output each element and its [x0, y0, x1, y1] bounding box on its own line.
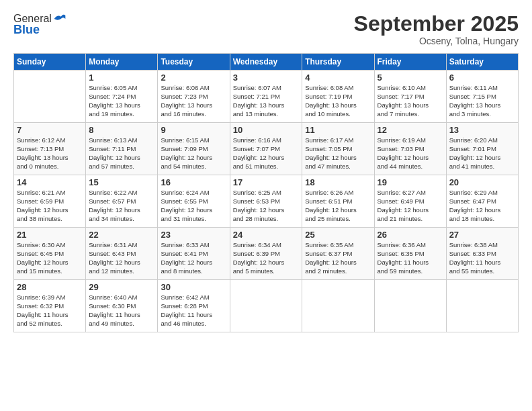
day-number: 19: [378, 177, 443, 187]
col-monday: Monday: [86, 54, 158, 71]
day-number: 22: [89, 230, 154, 240]
day-number: 10: [233, 125, 300, 135]
day-info: Sunrise: 6:25 AMSunset: 6:53 PMDaylight:…: [233, 189, 300, 223]
calendar-table: Sunday Monday Tuesday Wednesday Thursday…: [13, 53, 519, 332]
day-info: Sunrise: 6:26 AMSunset: 6:51 PMDaylight:…: [305, 189, 371, 223]
day-info: Sunrise: 6:22 AMSunset: 6:57 PMDaylight:…: [89, 189, 154, 223]
title-block: September 2025 Ocseny, Tolna, Hungary: [354, 12, 519, 46]
calendar-week-row: 21Sunrise: 6:30 AMSunset: 6:45 PMDayligh…: [14, 228, 519, 280]
day-number: 4: [305, 73, 371, 83]
table-row: [230, 280, 302, 332]
day-info: Sunrise: 6:34 AMSunset: 6:39 PMDaylight:…: [233, 241, 300, 275]
day-info: Sunrise: 6:31 AMSunset: 6:43 PMDaylight:…: [89, 241, 154, 275]
day-number: 23: [161, 230, 226, 240]
day-number: 30: [161, 282, 226, 292]
day-number: 9: [161, 125, 226, 135]
day-number: 17: [233, 177, 300, 187]
day-info: Sunrise: 6:30 AMSunset: 6:45 PMDaylight:…: [17, 241, 83, 275]
col-friday: Friday: [374, 54, 446, 71]
day-number: 6: [449, 73, 515, 83]
day-number: 5: [378, 73, 443, 83]
day-info: Sunrise: 6:15 AMSunset: 7:09 PMDaylight:…: [161, 136, 226, 171]
day-info: Sunrise: 6:35 AMSunset: 6:37 PMDaylight:…: [305, 241, 371, 275]
day-number: 15: [89, 177, 154, 187]
table-row: 5Sunrise: 6:10 AMSunset: 7:17 PMDaylight…: [374, 71, 446, 123]
table-row: 20Sunrise: 6:29 AMSunset: 6:47 PMDayligh…: [446, 175, 518, 228]
table-row: 14Sunrise: 6:21 AMSunset: 6:59 PMDayligh…: [14, 175, 86, 228]
table-row: 22Sunrise: 6:31 AMSunset: 6:43 PMDayligh…: [86, 228, 158, 280]
day-info: Sunrise: 6:13 AMSunset: 7:11 PMDaylight:…: [89, 136, 154, 171]
day-info: Sunrise: 6:24 AMSunset: 6:55 PMDaylight:…: [161, 189, 226, 223]
table-row: [302, 280, 374, 332]
calendar-week-row: 14Sunrise: 6:21 AMSunset: 6:59 PMDayligh…: [14, 175, 519, 228]
day-info: Sunrise: 6:11 AMSunset: 7:15 PMDaylight:…: [449, 84, 515, 118]
day-info: Sunrise: 6:19 AMSunset: 7:03 PMDaylight:…: [378, 136, 443, 171]
table-row: 8Sunrise: 6:13 AMSunset: 7:11 PMDaylight…: [86, 123, 158, 175]
day-number: 27: [449, 230, 515, 240]
day-number: 12: [378, 125, 443, 135]
table-row: 10Sunrise: 6:16 AMSunset: 7:07 PMDayligh…: [230, 123, 302, 175]
day-number: 11: [305, 125, 371, 135]
day-number: 13: [449, 125, 515, 135]
table-row: 24Sunrise: 6:34 AMSunset: 6:39 PMDayligh…: [230, 228, 302, 280]
day-info: Sunrise: 6:33 AMSunset: 6:41 PMDaylight:…: [161, 241, 226, 275]
day-number: 24: [233, 230, 300, 240]
day-info: Sunrise: 6:40 AMSunset: 6:30 PMDaylight:…: [89, 293, 154, 328]
location-subtitle: Ocseny, Tolna, Hungary: [354, 36, 519, 46]
day-number: 25: [305, 230, 371, 240]
table-row: 15Sunrise: 6:22 AMSunset: 6:57 PMDayligh…: [86, 175, 158, 228]
col-tuesday: Tuesday: [158, 54, 230, 71]
table-row: 29Sunrise: 6:40 AMSunset: 6:30 PMDayligh…: [86, 280, 158, 332]
table-row: 18Sunrise: 6:26 AMSunset: 6:51 PMDayligh…: [302, 175, 374, 228]
day-info: Sunrise: 6:38 AMSunset: 6:33 PMDaylight:…: [449, 241, 515, 275]
day-info: Sunrise: 6:12 AMSunset: 7:13 PMDaylight:…: [17, 136, 83, 171]
page-header: General Blue September 2025 Ocseny, Toln…: [13, 12, 519, 46]
col-sunday: Sunday: [14, 54, 86, 71]
day-info: Sunrise: 6:20 AMSunset: 7:01 PMDaylight:…: [449, 136, 515, 171]
col-wednesday: Wednesday: [230, 54, 302, 71]
col-thursday: Thursday: [302, 54, 374, 71]
table-row: [374, 280, 446, 332]
table-row: 13Sunrise: 6:20 AMSunset: 7:01 PMDayligh…: [446, 123, 518, 175]
day-info: Sunrise: 6:27 AMSunset: 6:49 PMDaylight:…: [378, 189, 443, 223]
table-row: 21Sunrise: 6:30 AMSunset: 6:45 PMDayligh…: [14, 228, 86, 280]
day-info: Sunrise: 6:08 AMSunset: 7:19 PMDaylight:…: [305, 84, 371, 118]
table-row: 30Sunrise: 6:42 AMSunset: 6:28 PMDayligh…: [158, 280, 230, 332]
table-row: 1Sunrise: 6:05 AMSunset: 7:24 PMDaylight…: [86, 71, 158, 123]
day-number: 29: [89, 282, 154, 292]
day-info: Sunrise: 6:39 AMSunset: 6:32 PMDaylight:…: [17, 293, 83, 328]
day-number: 7: [17, 125, 83, 135]
logo-icon: [53, 12, 66, 26]
table-row: 12Sunrise: 6:19 AMSunset: 7:03 PMDayligh…: [374, 123, 446, 175]
table-row: 11Sunrise: 6:17 AMSunset: 7:05 PMDayligh…: [302, 123, 374, 175]
month-title: September 2025: [354, 12, 519, 36]
day-number: 1: [89, 73, 154, 83]
table-row: 16Sunrise: 6:24 AMSunset: 6:55 PMDayligh…: [158, 175, 230, 228]
day-info: Sunrise: 6:17 AMSunset: 7:05 PMDaylight:…: [305, 136, 371, 171]
day-info: Sunrise: 6:36 AMSunset: 6:35 PMDaylight:…: [378, 241, 443, 275]
table-row: [14, 71, 86, 123]
calendar-week-row: 1Sunrise: 6:05 AMSunset: 7:24 PMDaylight…: [14, 71, 519, 123]
table-row: 9Sunrise: 6:15 AMSunset: 7:09 PMDaylight…: [158, 123, 230, 175]
day-info: Sunrise: 6:06 AMSunset: 7:23 PMDaylight:…: [161, 84, 226, 118]
day-number: 26: [378, 230, 443, 240]
day-number: 21: [17, 230, 83, 240]
table-row: 28Sunrise: 6:39 AMSunset: 6:32 PMDayligh…: [14, 280, 86, 332]
table-row: 3Sunrise: 6:07 AMSunset: 7:21 PMDaylight…: [230, 71, 302, 123]
calendar-week-row: 28Sunrise: 6:39 AMSunset: 6:32 PMDayligh…: [14, 280, 519, 332]
day-number: 18: [305, 177, 371, 187]
table-row: 26Sunrise: 6:36 AMSunset: 6:35 PMDayligh…: [374, 228, 446, 280]
table-row: 23Sunrise: 6:33 AMSunset: 6:41 PMDayligh…: [158, 228, 230, 280]
calendar-header-row: Sunday Monday Tuesday Wednesday Thursday…: [14, 54, 519, 71]
day-info: Sunrise: 6:29 AMSunset: 6:47 PMDaylight:…: [449, 189, 515, 223]
day-number: 2: [161, 73, 226, 83]
table-row: 19Sunrise: 6:27 AMSunset: 6:49 PMDayligh…: [374, 175, 446, 228]
calendar-week-row: 7Sunrise: 6:12 AMSunset: 7:13 PMDaylight…: [14, 123, 519, 175]
day-number: 28: [17, 282, 83, 292]
table-row: [446, 280, 518, 332]
day-number: 8: [89, 125, 154, 135]
table-row: 17Sunrise: 6:25 AMSunset: 6:53 PMDayligh…: [230, 175, 302, 228]
day-number: 16: [161, 177, 226, 187]
table-row: 7Sunrise: 6:12 AMSunset: 7:13 PMDaylight…: [14, 123, 86, 175]
table-row: 25Sunrise: 6:35 AMSunset: 6:37 PMDayligh…: [302, 228, 374, 280]
